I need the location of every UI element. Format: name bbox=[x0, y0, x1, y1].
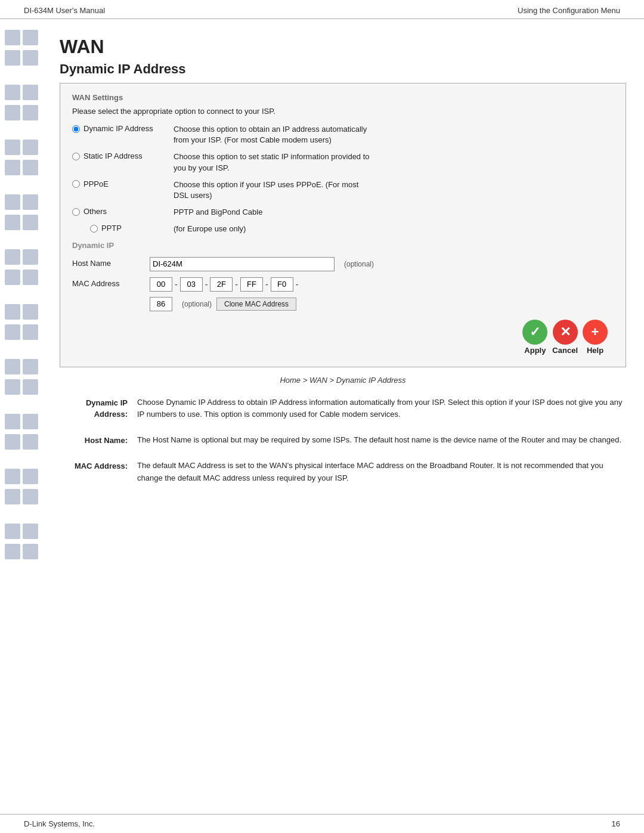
footer-left: D-Link Systems, Inc. bbox=[24, 819, 95, 828]
sub-radio-pptp-row: PPTP (for Europe use only) bbox=[90, 224, 614, 234]
radio-pppoe-desc: Choose this option if your ISP uses PPPo… bbox=[174, 179, 358, 201]
radio-static-ip-desc: Choose this option to set static IP info… bbox=[174, 151, 370, 173]
radio-dynamic-ip-desc: Choose this option to obtain an IP addre… bbox=[174, 124, 367, 145]
radio-pppoe[interactable] bbox=[72, 180, 80, 188]
radio-pppoe-row: PPPoE Choose this option if your ISP use… bbox=[72, 179, 614, 201]
cancel-button[interactable]: ✕ Cancel bbox=[552, 320, 578, 355]
desc-mac-address-row: MAC Address: The default MAC Address is … bbox=[60, 460, 626, 485]
apply-button[interactable]: ✓ Apply bbox=[522, 320, 547, 355]
header-left: DI-634M User's Manual bbox=[24, 6, 105, 15]
desc-dynamic-ip-term: Dynamic IPAddress: bbox=[60, 397, 137, 420]
header-right: Using the Configuration Menu bbox=[518, 6, 620, 15]
radio-others-label: Others bbox=[83, 207, 107, 216]
desc-dynamic-ip-def: Choose Dynamic IP Address to obtain IP A… bbox=[137, 397, 626, 422]
settings-box-title: WAN Settings bbox=[72, 93, 614, 102]
radio-static-ip[interactable] bbox=[72, 153, 80, 160]
radio-static-ip-row: Static IP Address Choose this option to … bbox=[72, 151, 614, 173]
radio-others-row: Others PPTP and BigPond Cable bbox=[72, 207, 614, 218]
radio-pptp-label: PPTP bbox=[101, 224, 122, 233]
mac-field-3[interactable] bbox=[210, 277, 233, 292]
clone-mac-button[interactable]: Clone MAC Address bbox=[216, 298, 296, 311]
section-title: Dynamic IP Address bbox=[60, 61, 626, 77]
cancel-label: Cancel bbox=[552, 346, 578, 355]
desc-mac-address-term: MAC Address: bbox=[60, 460, 137, 472]
cancel-icon: ✕ bbox=[553, 320, 578, 345]
help-label: Help bbox=[587, 346, 603, 355]
radio-others-desc: PPTP and BigPond Cable bbox=[174, 207, 262, 218]
please-select-text: Please select the appropriate option to … bbox=[72, 107, 614, 116]
page-footer: D-Link Systems, Inc. 16 bbox=[0, 814, 644, 833]
mac-field-2[interactable] bbox=[180, 277, 203, 292]
radio-pptp[interactable] bbox=[90, 225, 98, 233]
apply-label: Apply bbox=[524, 346, 546, 355]
radio-static-ip-label: Static IP Address bbox=[83, 151, 143, 160]
description-section: Dynamic IPAddress: Choose Dynamic IP Add… bbox=[60, 397, 626, 485]
mac-optional: (optional) bbox=[182, 300, 212, 308]
desc-host-name-def: The Host Name is optional but may be req… bbox=[137, 434, 626, 447]
desc-host-name-term: Host Name: bbox=[60, 434, 137, 447]
help-icon: + bbox=[583, 320, 608, 345]
radio-others[interactable] bbox=[72, 208, 80, 216]
radio-pppoe-label: PPPoE bbox=[83, 179, 109, 188]
settings-box: WAN Settings Please select the appropria… bbox=[60, 83, 626, 367]
apply-icon: ✓ bbox=[522, 320, 547, 345]
radio-dynamic-ip-row: Dynamic IP Address Choose this option to… bbox=[72, 124, 614, 145]
radio-dynamic-ip[interactable] bbox=[72, 125, 80, 133]
action-row: ✓ Apply ✕ Cancel + Help bbox=[72, 320, 614, 355]
wan-title: WAN bbox=[60, 36, 626, 58]
help-button[interactable]: + Help bbox=[583, 320, 608, 355]
mac-field-1[interactable] bbox=[150, 277, 172, 292]
main-content: WAN Dynamic IP Address WAN Settings Plea… bbox=[54, 19, 644, 533]
dynamic-ip-section-label: Dynamic IP bbox=[72, 241, 614, 250]
left-decoration bbox=[0, 24, 48, 809]
mac-field-5[interactable] bbox=[271, 277, 293, 292]
breadcrumb: Home > WAN > Dynamic IP Address bbox=[60, 376, 626, 385]
mac-address-row: MAC Address - - - - - (optional) bbox=[72, 277, 614, 311]
host-name-input[interactable] bbox=[150, 257, 335, 271]
radio-pptp-desc: (for Europe use only) bbox=[174, 224, 246, 234]
host-name-row: Host Name (optional) bbox=[72, 257, 614, 271]
radio-dynamic-ip-label: Dynamic IP Address bbox=[83, 124, 153, 133]
host-name-label: Host Name bbox=[72, 257, 150, 268]
desc-dynamic-ip-row: Dynamic IPAddress: Choose Dynamic IP Add… bbox=[60, 397, 626, 422]
page-header: DI-634M User's Manual Using the Configur… bbox=[0, 0, 644, 19]
footer-right: 16 bbox=[612, 819, 620, 828]
desc-mac-address-def: The default MAC Address is set to the WA… bbox=[137, 460, 626, 485]
mac-address-label: MAC Address bbox=[72, 277, 150, 288]
mac-field-6[interactable] bbox=[150, 297, 172, 311]
mac-field-4[interactable] bbox=[240, 277, 263, 292]
desc-host-name-row: Host Name: The Host Name is optional but… bbox=[60, 434, 626, 447]
host-name-optional: (optional) bbox=[344, 260, 374, 268]
